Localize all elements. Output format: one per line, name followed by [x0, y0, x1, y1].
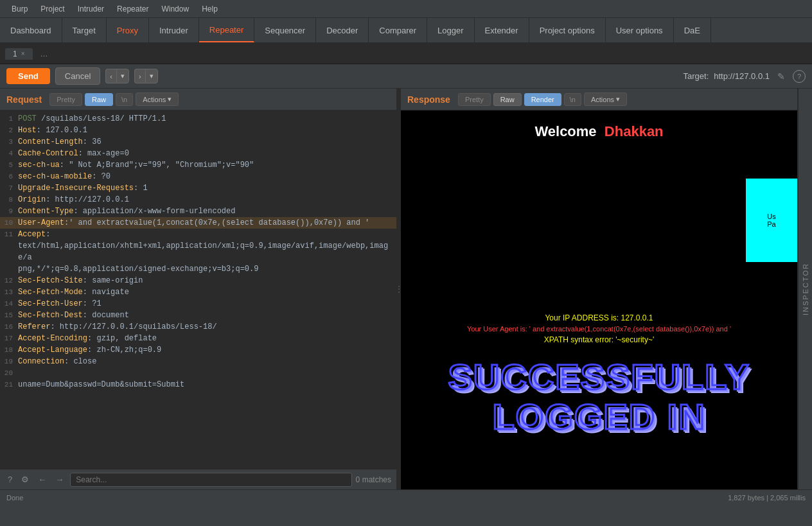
request-editor[interactable]: 1 POST /squilabs/Less-18/ HTTP/1.1 2 Hos…	[0, 110, 396, 469]
menu-bar: Burp Project Intruder Repeater Window He…	[0, 0, 812, 18]
tab-bar: Dashboard Target Proxy Intruder Repeater…	[0, 18, 812, 44]
repeater-tab-bar: 1 × …	[0, 44, 812, 64]
response-actions-button[interactable]: Actions ▾	[584, 92, 627, 106]
response-pretty-button[interactable]: Pretty	[458, 93, 491, 106]
request-line-10: 10 User-Agent:' and extractvalue(1,conca…	[0, 217, 396, 229]
search-matches: 0 matches	[356, 475, 391, 484]
menu-repeater[interactable]: Repeater	[110, 2, 155, 16]
tab-project-options[interactable]: Project options	[529, 18, 606, 42]
target-info: Target: http://127.0.0.1 ✎ ?	[684, 70, 806, 83]
menu-help[interactable]: Help	[195, 2, 224, 16]
tab-extender[interactable]: Extender	[475, 18, 529, 42]
request-line-12: 12 Sec-Fetch-Site: same-origin	[0, 275, 396, 286]
tab-proxy[interactable]: Proxy	[107, 18, 149, 42]
nav-next-group: › ▾	[134, 69, 158, 83]
repeater-tab-close[interactable]: ×	[21, 50, 25, 57]
repeater-tab-1[interactable]: 1 ×	[5, 48, 33, 60]
request-line-7: 7 Upgrade-Insecure-Requests: 1	[0, 182, 396, 194]
welcome-text: Welcome	[534, 123, 596, 139]
tab-target[interactable]: Target	[62, 18, 107, 42]
target-url: http://127.0.0.1	[714, 71, 770, 81]
success-line2: LOGGED IN	[401, 397, 797, 437]
nav-next-arrow[interactable]: ▾	[145, 69, 158, 83]
target-label: Target:	[684, 71, 709, 81]
response-panel-header: Response Pretty Raw Render \n Actions ▾	[401, 89, 797, 110]
nav-prev-arrow[interactable]: ▾	[116, 69, 129, 83]
request-line-18: 18 Accept-Language: zh-CN,zh;q=0.9	[0, 344, 396, 356]
request-line-6: 6 sec-ch-ua-mobile: ?0	[0, 171, 396, 182]
response-page: Welcome Dhakkan Us Pa Your IP ADDRESS is…	[401, 110, 797, 489]
response-xpath: XPATH syntax error: '~security~'	[401, 335, 797, 344]
tab-intruder[interactable]: Intruder	[149, 18, 199, 42]
response-render-button[interactable]: Render	[524, 93, 561, 106]
request-panel: Request Pretty Raw \n Actions ▾ 1 POST /…	[0, 89, 397, 489]
search-input[interactable]	[70, 473, 351, 487]
request-line-17: 17 Accept-Encoding: gzip, deflate	[0, 333, 396, 344]
request-line-14: 14 Sec-Fetch-User: ?1	[0, 298, 396, 310]
tab-comparer[interactable]: Comparer	[369, 18, 427, 42]
menu-project[interactable]: Project	[34, 2, 71, 16]
response-ln-button[interactable]: \n	[564, 93, 581, 106]
cyan-box-line2: Pa	[767, 220, 775, 228]
nav-forward-button[interactable]: →	[53, 473, 66, 486]
tab-sequencer[interactable]: Sequencer	[254, 18, 316, 42]
success-line1: SUCCESSFULLY	[401, 357, 797, 397]
request-line-15: 15 Sec-Fetch-Dest: document	[0, 310, 396, 321]
inspector-panel[interactable]: INSPECTOR	[798, 89, 812, 489]
request-line-20: 20	[0, 367, 396, 379]
request-title: Request	[6, 94, 42, 105]
response-welcome: Welcome Dhakkan	[401, 110, 797, 140]
tab-dae[interactable]: DaE	[674, 18, 711, 42]
help-button[interactable]: ?	[793, 70, 806, 83]
tab-dashboard[interactable]: Dashboard	[0, 18, 62, 42]
help-search-button[interactable]: ?	[5, 473, 15, 486]
tab-logger[interactable]: Logger	[427, 18, 474, 42]
nav-prev-group: ‹ ▾	[105, 69, 129, 83]
search-bar: ? ⚙ ← → 0 matches	[0, 469, 396, 489]
request-line-4: 4 Cache-Control: max-age=0	[0, 148, 396, 159]
request-raw-button[interactable]: Raw	[85, 93, 113, 106]
status-bar: Done 1,827 bytes | 2,065 millis	[0, 489, 812, 505]
repeater-tab-add[interactable]: …	[35, 48, 53, 60]
request-line-11: 11 Accept:	[0, 229, 396, 240]
repeater-tab-label: 1	[13, 49, 17, 58]
nav-back-button[interactable]: ←	[35, 473, 49, 486]
menu-window[interactable]: Window	[155, 2, 195, 16]
tab-repeater[interactable]: Repeater	[199, 18, 254, 42]
menu-burp[interactable]: Burp	[5, 2, 34, 16]
send-button[interactable]: Send	[6, 68, 50, 84]
response-raw-button[interactable]: Raw	[493, 93, 522, 106]
welcome-name: Dhakkan	[605, 123, 664, 139]
request-line-21: 21 uname=Dumb&passwd=Dumb&submit=Submit	[0, 379, 396, 390]
request-actions-button[interactable]: Actions ▾	[136, 92, 179, 106]
toolbar: Send Cancel ‹ ▾ › ▾ Target: http://127.0…	[0, 64, 812, 89]
response-render-area: Welcome Dhakkan Us Pa Your IP ADDRESS is…	[401, 110, 797, 489]
request-line-1: 1 POST /squilabs/Less-18/ HTTP/1.1	[0, 113, 396, 125]
tab-user-options[interactable]: User options	[606, 18, 674, 42]
request-line-11c: png,*/*;q=0.8,application/signed-exchang…	[0, 263, 396, 275]
request-ln-button[interactable]: \n	[116, 93, 133, 106]
request-line-5: 5 sec-ch-ua: " Not A;Brand";v="99", "Chr…	[0, 159, 396, 171]
request-panel-header: Request Pretty Raw \n Actions ▾	[0, 89, 396, 110]
main-content: Request Pretty Raw \n Actions ▾ 1 POST /…	[0, 89, 812, 489]
request-line-8: 8 Origin: http://127.0.0.1	[0, 194, 396, 206]
tab-decoder[interactable]: Decoder	[316, 18, 369, 42]
inspector-label: INSPECTOR	[802, 263, 809, 315]
settings-search-button[interactable]: ⚙	[19, 473, 31, 486]
request-pretty-button[interactable]: Pretty	[49, 93, 82, 106]
nav-next-button[interactable]: ›	[134, 69, 145, 83]
response-cyan-box: Us Pa	[746, 179, 797, 262]
response-success: SUCCESSFULLY LOGGED IN	[401, 357, 797, 436]
edit-target-button[interactable]: ✎	[775, 70, 788, 83]
status-left: Done	[6, 494, 23, 502]
cancel-button[interactable]: Cancel	[55, 67, 100, 85]
request-line-11b: text/html,application/xhtml+xml,applicat…	[0, 240, 396, 263]
response-agent: Your User Agent is: ' and extractvalue(1…	[401, 325, 797, 333]
menu-intruder[interactable]: Intruder	[71, 2, 110, 16]
status-right: 1,827 bytes | 2,065 millis	[728, 494, 806, 502]
cyan-box-line1: Us	[767, 213, 775, 220]
request-line-19: 19 Connection: close	[0, 356, 396, 367]
request-line-2: 2 Host: 127.0.0.1	[0, 125, 396, 136]
request-line-13: 13 Sec-Fetch-Mode: navigate	[0, 286, 396, 298]
nav-prev-button[interactable]: ‹	[105, 69, 116, 83]
